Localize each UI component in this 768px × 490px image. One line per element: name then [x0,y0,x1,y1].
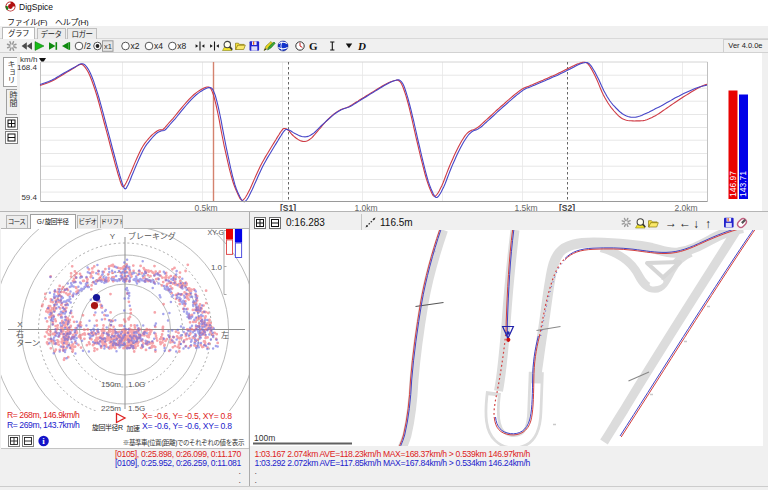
svg-text:150m: 150m [101,380,121,389]
svg-text:↑: ↑ [705,217,711,231]
svg-text:右: 右 [16,329,24,339]
svg-text:左: 左 [221,330,229,340]
svg-text:225m: 225m [101,404,121,411]
svg-text:↓: ↓ [693,217,699,231]
svg-text:ブレーキング: ブレーキング [128,231,176,241]
svg-text:Y: Y [110,232,116,241]
svg-text:100m: 100m [254,433,275,443]
svg-text:ターン: ターン [16,339,40,348]
svg-text:→: → [665,216,677,230]
svg-text:X: X [17,320,23,329]
svg-text:1.5G: 1.5G [128,404,145,411]
svg-text:XY-G: XY-G [208,229,224,236]
svg-text:1.0: 1.0 [211,263,223,272]
svg-text:1.0G: 1.0G [128,380,145,389]
svg-text:143.71: 143.71 [738,171,748,197]
svg-text:146.97: 146.97 [728,171,738,197]
svg-text:←: ← [679,216,691,230]
